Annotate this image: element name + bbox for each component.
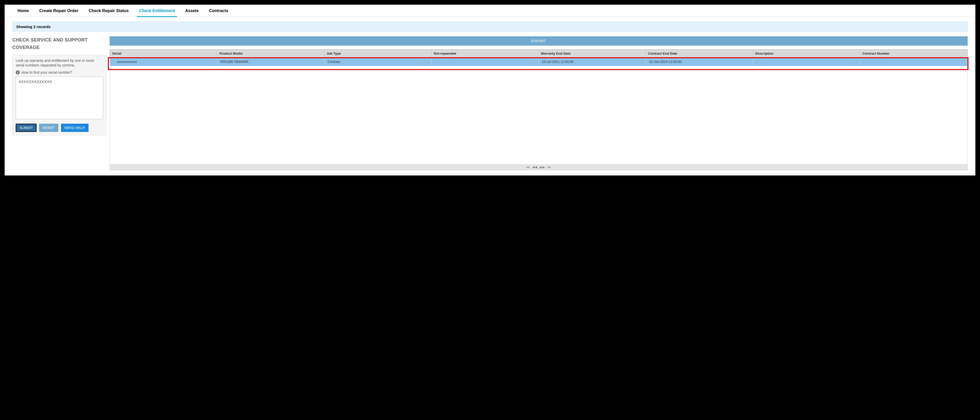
cell-not-repairable xyxy=(431,57,539,66)
pager-last-icon[interactable]: ⏭ xyxy=(548,165,551,169)
tab-create-repair-order[interactable]: Create Repair Order xyxy=(34,5,83,17)
table-header-row: Serial Product Model Job Type Not-repair… xyxy=(110,50,967,57)
lookup-panel: Look up warranty and entitlement by one … xyxy=(12,55,107,136)
submit-button[interactable]: SUBMIT xyxy=(16,124,37,132)
top-nav: Home Create Repair Order Check Repair St… xyxy=(5,5,975,17)
tab-check-repair-status[interactable]: Check Repair Status xyxy=(84,5,134,17)
col-contract-number[interactable]: Contract Number xyxy=(860,50,967,57)
section-heading-line2: COVERAGE xyxy=(12,44,107,51)
cell-warranty-end: 15-Jul-2021 12:00:00 xyxy=(539,57,646,66)
serial-input[interactable] xyxy=(16,77,103,119)
tab-home[interactable]: Home xyxy=(12,5,34,17)
col-not-repairable[interactable]: Not-repairable xyxy=(431,50,539,57)
reset-button[interactable]: RESET xyxy=(39,124,59,132)
serial-hint[interactable]: i How to find your serial number? xyxy=(16,70,103,75)
pager-prev-icon[interactable]: ◀◀ xyxy=(532,165,537,169)
col-product-model[interactable]: Product Model xyxy=(217,50,324,57)
section-heading-line1: CHECK SERVICE AND SUPPORT xyxy=(12,36,107,44)
pager-first-icon[interactable]: ⏮ xyxy=(526,165,530,169)
table-row[interactable]: xxxxxxxxxxxx RS51B0-TBSNWR Contract 15-J… xyxy=(110,57,967,66)
col-serial[interactable]: Serial xyxy=(110,50,217,57)
col-description[interactable]: Description xyxy=(753,50,860,57)
cell-serial: xxxxxxxxxxxx xyxy=(110,57,217,66)
tab-assets[interactable]: Assets xyxy=(180,5,204,17)
col-job-type[interactable]: Job Type xyxy=(324,50,431,57)
col-contract-end[interactable]: Contract End Date xyxy=(646,50,753,57)
pager-next-icon[interactable]: ▶▶ xyxy=(540,165,545,169)
serial-hint-label: How to find your serial number? xyxy=(21,70,72,75)
lookup-description: Look up warranty and entitlement by one … xyxy=(16,58,103,68)
results-grid: Serial Product Model Job Type Not-repair… xyxy=(110,49,968,170)
cell-product-model: RS51B0-TBSNWR xyxy=(217,57,324,66)
cell-job-type: Contract xyxy=(324,57,431,66)
export-button[interactable]: EXPORT xyxy=(110,36,968,46)
cell-contract-number xyxy=(860,57,967,66)
cell-description xyxy=(753,57,860,66)
need-help-button[interactable]: NEED HELP xyxy=(61,124,89,132)
records-bar: Showing 2 records xyxy=(12,22,968,32)
pager: ⏮ ◀◀ ▶▶ ⏭ xyxy=(110,164,967,170)
col-warranty-end[interactable]: Warranty End Date xyxy=(539,50,646,57)
cell-contract-end: 31-Oct-2024 12:00:00 xyxy=(646,57,753,66)
tab-contracts[interactable]: Contracts xyxy=(204,5,234,17)
info-icon: i xyxy=(16,70,20,75)
tab-check-entitlement[interactable]: Check Entitlement xyxy=(134,5,180,17)
